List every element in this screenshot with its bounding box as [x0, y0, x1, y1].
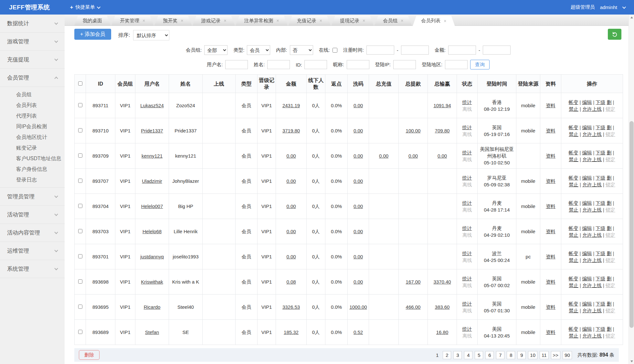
- op-ban[interactable]: 禁止: [569, 207, 578, 213]
- op-delete[interactable]: 删: [607, 125, 612, 130]
- profile-link[interactable]: 资料: [546, 254, 555, 259]
- stats-link[interactable]: 统计: [462, 225, 472, 231]
- op-edit[interactable]: 编辑: [582, 276, 592, 281]
- filter-id-input[interactable]: [304, 60, 327, 69]
- profile-link[interactable]: 资料: [546, 329, 555, 335]
- row-checkbox[interactable]: [78, 305, 82, 309]
- close-icon[interactable]: ×: [143, 18, 145, 23]
- op-allow-online[interactable]: 允许上线: [582, 207, 602, 213]
- profile-link[interactable]: 资料: [546, 304, 555, 310]
- page-button[interactable]: >>: [551, 351, 561, 359]
- sidebar-submenu-item[interactable]: 会员组: [0, 89, 65, 100]
- op-ban[interactable]: 禁止: [569, 257, 578, 263]
- sidebar-submenu-item[interactable]: 同IP会员检测: [0, 121, 65, 132]
- amount-link[interactable]: 0.00: [286, 178, 296, 184]
- filter-amount-min-input[interactable]: [448, 46, 476, 55]
- profile-link[interactable]: 资料: [546, 153, 555, 159]
- username-link[interactable]: justdannyq: [140, 254, 164, 259]
- amount-link[interactable]: 185.32: [284, 329, 299, 335]
- op-allow-online[interactable]: 允许上线: [582, 106, 602, 112]
- op-allow-online[interactable]: 允许上线: [582, 232, 602, 238]
- username-link[interactable]: Pride1337: [141, 128, 163, 133]
- total-withdraw-link[interactable]: 167.00: [406, 279, 421, 285]
- op-delete[interactable]: 删: [607, 251, 612, 256]
- op-subordinate[interactable]: 下级: [596, 276, 605, 281]
- filter-internal-select[interactable]: 否: [290, 45, 313, 55]
- profile-link[interactable]: 资料: [546, 203, 555, 209]
- username-link[interactable]: Helelo007: [141, 203, 163, 209]
- sidebar-submenu-item[interactable]: 客户USDT地址信息: [0, 153, 65, 164]
- op-delete[interactable]: 删: [607, 276, 612, 281]
- tab-item[interactable]: 游戏记录 ×: [193, 16, 235, 26]
- filter-name-input[interactable]: [267, 60, 290, 69]
- quick-menu-button[interactable]: + 快捷菜单: [70, 4, 100, 11]
- filter-amount-max-input[interactable]: [483, 46, 511, 55]
- total-withdraw-link[interactable]: 466.00: [406, 304, 421, 310]
- refresh-button[interactable]: [608, 29, 621, 40]
- op-ban[interactable]: 禁止: [569, 308, 578, 313]
- washcode-link[interactable]: 0.00: [354, 279, 363, 285]
- washcode-link[interactable]: 0.00: [354, 128, 363, 133]
- row-checkbox[interactable]: [78, 254, 82, 258]
- washcode-link[interactable]: 0.00: [354, 153, 363, 159]
- washcode-link[interactable]: 1000.00: [349, 304, 367, 310]
- op-delete[interactable]: 删: [607, 200, 612, 206]
- sort-select[interactable]: 默认排序: [133, 30, 169, 40]
- profile-link[interactable]: 资料: [546, 128, 555, 133]
- stats-link[interactable]: 统计: [462, 99, 472, 105]
- filter-regtime-end-input[interactable]: [401, 46, 429, 55]
- row-checkbox[interactable]: [78, 279, 82, 284]
- op-allow-online[interactable]: 允许上线: [582, 182, 602, 187]
- user-area[interactable]: 超级管理员 adminht: [571, 4, 625, 10]
- tab-item[interactable]: 充值记录 ×: [289, 16, 331, 26]
- op-account-change[interactable]: 帐变: [569, 225, 578, 231]
- op-account-change[interactable]: 帐变: [569, 175, 578, 181]
- op-allow-online[interactable]: 允许上线: [582, 257, 602, 263]
- page-button[interactable]: 10: [528, 351, 537, 359]
- amount-link[interactable]: 3719.80: [282, 128, 300, 133]
- op-lock[interactable]: 锁定: [606, 157, 615, 162]
- page-button[interactable]: 6: [485, 351, 494, 359]
- op-ban[interactable]: 禁止: [569, 157, 578, 162]
- sidebar-section[interactable]: 活动管理: [0, 206, 65, 224]
- total-winloss-link[interactable]: 709.80: [435, 128, 450, 133]
- op-account-change[interactable]: 帐变: [569, 150, 578, 155]
- username-link[interactable]: kenny121: [142, 153, 163, 159]
- op-subordinate[interactable]: 下级: [596, 225, 605, 231]
- stats-link[interactable]: 统计: [462, 276, 472, 281]
- close-icon[interactable]: ×: [320, 18, 322, 23]
- total-withdraw-link[interactable]: 0.00: [408, 153, 418, 159]
- profile-link[interactable]: 资料: [546, 279, 555, 285]
- op-ban[interactable]: 禁止: [569, 182, 578, 187]
- row-checkbox[interactable]: [78, 103, 82, 107]
- op-account-change[interactable]: 帐变: [569, 326, 578, 332]
- close-icon[interactable]: ×: [224, 18, 226, 23]
- page-button[interactable]: 2: [443, 351, 451, 359]
- op-subordinate[interactable]: 下级: [596, 99, 605, 105]
- filter-ip-input[interactable]: [393, 60, 416, 69]
- close-icon[interactable]: ×: [401, 18, 403, 23]
- page-button[interactable]: 7: [496, 351, 504, 359]
- username-link[interactable]: Stefan: [145, 329, 159, 335]
- washcode-link[interactable]: 0.00: [354, 254, 363, 259]
- op-ban[interactable]: 禁止: [569, 131, 578, 137]
- delete-button[interactable]: 删除: [79, 350, 100, 360]
- amount-link[interactable]: 3326.53: [282, 304, 300, 310]
- row-checkbox[interactable]: [78, 153, 82, 158]
- page-button[interactable]: 90: [563, 351, 572, 359]
- op-account-change[interactable]: 帐变: [569, 99, 578, 105]
- filter-online-checkbox[interactable]: [333, 48, 337, 53]
- scrollbar-thumb[interactable]: [629, 121, 634, 328]
- op-subordinate[interactable]: 下级: [596, 200, 605, 206]
- row-checkbox[interactable]: [78, 330, 82, 334]
- op-edit[interactable]: 编辑: [582, 200, 592, 206]
- washcode-link[interactable]: 0.52: [354, 329, 363, 335]
- op-edit[interactable]: 编辑: [582, 150, 592, 155]
- tab-home[interactable]: 我的桌面: [74, 16, 111, 26]
- op-lock[interactable]: 锁定: [606, 232, 615, 238]
- op-delete[interactable]: 删: [607, 225, 612, 231]
- filter-nick-input[interactable]: [347, 60, 369, 69]
- stats-link[interactable]: 统计: [462, 125, 472, 130]
- op-edit[interactable]: 编辑: [582, 125, 592, 130]
- sidebar-section[interactable]: 运维管理: [0, 242, 65, 260]
